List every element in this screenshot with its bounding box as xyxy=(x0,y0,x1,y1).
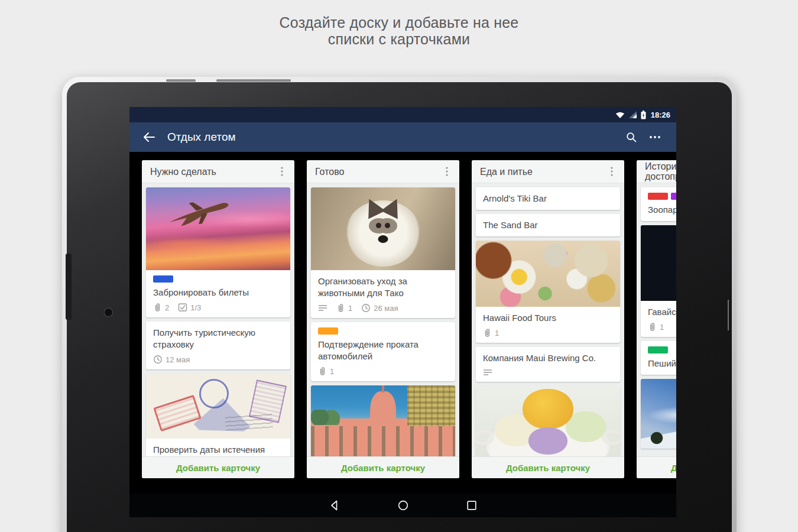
list-header: Нужно сделать xyxy=(142,160,294,183)
list-historic-sights: Историч достопр xyxy=(637,160,676,478)
list-menu-button[interactable] xyxy=(439,164,455,179)
card[interactable]: The Sand Bar xyxy=(476,214,620,236)
card-title: Организовать уход за животными для Тако xyxy=(318,275,448,299)
card-label xyxy=(648,193,668,200)
list-done: Готово xyxy=(307,160,459,478)
tablet-frame: 18:26 Отдых летом xyxy=(62,77,737,532)
card[interactable] xyxy=(311,385,455,456)
nav-home-icon xyxy=(397,499,409,511)
card[interactable] xyxy=(476,386,620,456)
card[interactable]: Организовать уход за животными для Тако xyxy=(311,187,455,318)
card[interactable]: Зоопарк xyxy=(641,187,676,221)
card[interactable]: Arnold's Tiki Bar xyxy=(476,187,620,210)
dog-face-shape xyxy=(345,200,421,267)
card[interactable]: Получить туристическую страховку 12 мая xyxy=(146,322,290,369)
card-label xyxy=(671,193,676,200)
sky-clouds-image xyxy=(641,379,676,449)
passport-stamps-image xyxy=(146,374,290,439)
add-card-button[interactable]: Добавить карточку xyxy=(637,456,676,478)
card-body: Hawaii Food Tours 1 xyxy=(476,307,620,343)
page-caption: Создайте доску и добавьте на нее списки … xyxy=(0,14,798,47)
nav-recents-icon xyxy=(466,499,478,511)
attachment-icon xyxy=(153,303,162,312)
card[interactable]: Пеший т xyxy=(641,341,676,375)
labels-row xyxy=(318,327,448,335)
dog-eye-shape xyxy=(385,223,390,228)
dog-ear-shape xyxy=(381,194,406,219)
overflow-menu-button[interactable] xyxy=(643,126,667,148)
due-date-badge: 12 мая xyxy=(153,355,190,364)
food-spread-image xyxy=(476,241,620,307)
cards-container: Зоопарк Гавайска xyxy=(637,183,676,456)
add-card-button[interactable]: Добавить карточку xyxy=(307,456,459,478)
add-card-button[interactable]: Добавить карточку xyxy=(472,456,624,478)
stamp-shape xyxy=(153,395,201,432)
card-body: Получить туристическую страховку 12 мая xyxy=(146,322,290,369)
board-title: Отдых летом xyxy=(167,131,619,144)
card[interactable]: Гавайска 1 xyxy=(641,225,676,337)
clock-icon xyxy=(361,303,371,313)
card-body: Организовать уход за животными для Тако xyxy=(311,270,455,318)
search-button[interactable] xyxy=(619,126,643,148)
list-header: Готово xyxy=(307,160,459,183)
nav-home-button[interactable] xyxy=(393,495,413,515)
scoop-shape xyxy=(528,427,567,455)
airplane-icon xyxy=(164,193,233,232)
list-menu-button[interactable] xyxy=(274,164,290,179)
tablet-screen: 18:26 Отдых летом xyxy=(129,107,676,517)
add-card-button[interactable]: Добавить карточку xyxy=(142,456,294,478)
description-badge xyxy=(483,368,492,377)
card-body: Забронировать билеты 2 xyxy=(146,270,290,317)
badges-row: 1 xyxy=(483,328,613,338)
clock-icon xyxy=(153,355,163,364)
card-body: Зоопарк xyxy=(641,187,676,221)
cards-container: Организовать уход за животными для Тако xyxy=(307,183,459,456)
checklist-badge: 1/3 xyxy=(178,303,201,312)
card-label xyxy=(318,327,338,335)
attachment-badge: 2 xyxy=(153,303,169,312)
card-title: Arnold's Tiki Bar xyxy=(483,193,613,205)
card[interactable] xyxy=(641,379,676,449)
list-food-drink: Еда и питье Arnold's Tiki Bar xyxy=(472,160,624,478)
list-todo: Нужно сделать xyxy=(142,160,294,478)
dog-ear-shape xyxy=(361,194,385,219)
labels-row xyxy=(648,346,676,353)
fire-arc-shape xyxy=(676,229,676,294)
back-button[interactable] xyxy=(139,127,159,147)
dog-nose-shape xyxy=(378,235,388,243)
card-title: Компания Maui Brewing Co. xyxy=(483,352,613,364)
nav-back-button[interactable] xyxy=(325,495,345,515)
signal-icon xyxy=(628,111,637,119)
attachment-icon xyxy=(483,328,492,338)
card-title: Зоопарк xyxy=(648,204,676,216)
card[interactable]: Забронировать билеты 2 xyxy=(146,187,290,317)
add-card-label: Добавить карточку xyxy=(671,463,676,473)
power-button xyxy=(166,79,196,82)
card-body: Компания Maui Brewing Co. xyxy=(476,347,620,382)
card[interactable]: Hawaii Food Tours 1 xyxy=(476,241,620,343)
checklist-icon xyxy=(178,303,187,312)
card-body: The Sand Bar xyxy=(476,214,620,236)
fire-dancer-image xyxy=(641,225,676,301)
list-header: Еда и питье xyxy=(472,160,624,183)
yellow-building-shape xyxy=(407,385,455,429)
card[interactable]: Подтверждение проката автомобилей 1 xyxy=(311,322,455,381)
pink-palace-hotel-image xyxy=(311,385,455,456)
card[interactable]: Проверить даты истечения срока паспортов xyxy=(146,374,290,456)
description-icon xyxy=(483,368,492,377)
android-nav-bar xyxy=(129,494,676,517)
attachment-icon xyxy=(318,366,327,376)
list-menu-button[interactable] xyxy=(604,164,619,179)
card-title: Hawaii Food Tours xyxy=(483,312,613,324)
kebab-icon xyxy=(446,167,448,176)
list-title: Историч достопр xyxy=(645,161,676,181)
card[interactable]: Компания Maui Brewing Co. xyxy=(476,347,620,382)
nav-recents-button[interactable] xyxy=(462,495,482,515)
labels-row xyxy=(648,193,676,200)
husky-puppy-image xyxy=(311,187,455,270)
list-header: Историч достопр xyxy=(637,160,676,183)
list-title: Готово xyxy=(315,167,439,177)
due-date-badge: 26 мая xyxy=(361,303,398,313)
battery-charging-icon xyxy=(641,111,646,119)
badges-row: 1 26 мая xyxy=(318,303,448,313)
